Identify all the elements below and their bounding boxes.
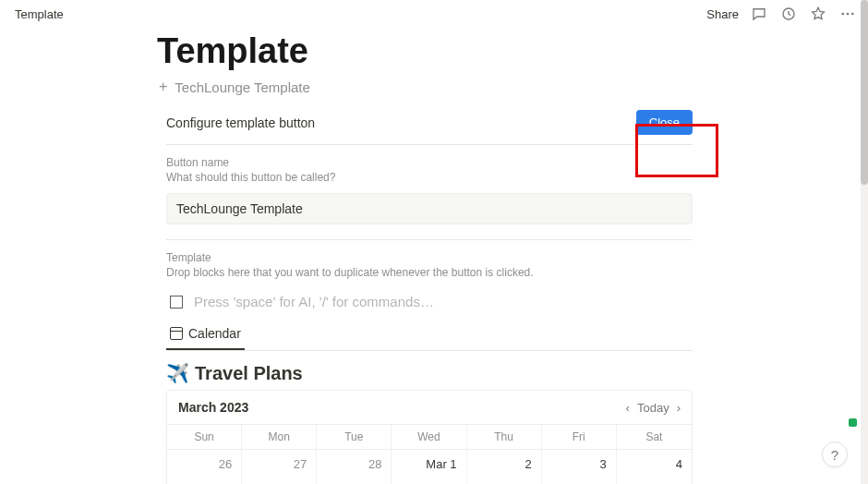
cal-day[interactable]: 27 (242, 450, 317, 484)
cal-day[interactable]: 2 (467, 450, 542, 484)
help-button[interactable]: ? (822, 442, 848, 467)
close-button[interactable]: Close (636, 110, 693, 135)
weekday-sun: Sun (167, 425, 242, 449)
breadcrumb[interactable]: Template (15, 7, 64, 21)
airplane-icon: ✈️ (166, 362, 189, 384)
weekday-mon: Mon (242, 425, 317, 449)
calendar-month-label: March 2023 (178, 400, 248, 415)
comments-icon[interactable] (750, 5, 768, 23)
calendar-date-row: 26 27 28 Mar 1 2 3 4 (167, 449, 692, 484)
template-section-label: Template (166, 251, 693, 264)
svg-point-3 (851, 13, 854, 16)
calendar: March 2023 ‹ Today › Sun Mon Tue Wed Thu… (166, 390, 693, 484)
button-name-hint: What should this button be called? (166, 171, 693, 184)
svg-point-1 (841, 13, 844, 16)
calendar-header: March 2023 ‹ Today › (167, 391, 692, 424)
favorite-icon[interactable] (809, 5, 827, 23)
divider (166, 144, 693, 145)
history-icon[interactable] (779, 5, 798, 23)
cal-day[interactable]: 26 (167, 450, 242, 484)
button-name-label: Button name (166, 156, 693, 169)
view-tabs: Calendar (166, 319, 693, 351)
block-placeholder: Press 'space' for AI, '/' for commands… (194, 294, 434, 309)
cal-day[interactable]: 4 (617, 450, 692, 484)
checkbox-icon[interactable] (170, 296, 183, 309)
cal-day[interactable]: 3 (542, 450, 617, 484)
cal-day[interactable]: 28 (317, 450, 392, 484)
plus-icon: + (159, 79, 167, 95)
database-title-text: Travel Plans (195, 363, 303, 384)
page-body: Template + TechLounge Template Configure… (157, 31, 702, 484)
intercom-indicator (849, 418, 857, 427)
page-title: Template (157, 31, 702, 71)
topbar: Template Share (0, 0, 868, 28)
divider (166, 239, 693, 240)
scrollbar-thumb[interactable] (861, 0, 868, 185)
config-header: Configure template button Close (157, 104, 702, 140)
button-name-input[interactable] (166, 193, 693, 224)
calendar-prev[interactable]: ‹ (626, 401, 630, 415)
tab-calendar-label: Calendar (188, 326, 241, 341)
weekday-sat: Sat (617, 425, 692, 449)
weekday-wed: Wed (392, 425, 466, 449)
config-header-text: Configure template button (166, 115, 315, 130)
empty-block-line[interactable]: Press 'space' for AI, '/' for commands… (166, 288, 693, 315)
tab-calendar[interactable]: Calendar (166, 319, 245, 350)
calendar-next[interactable]: › (677, 401, 681, 415)
calendar-weekday-row: Sun Mon Tue Wed Thu Fri Sat (167, 424, 692, 449)
template-section-hint: Drop blocks here that you want to duplic… (166, 266, 693, 279)
calendar-today[interactable]: Today (637, 401, 669, 415)
calendar-nav: ‹ Today › (626, 401, 681, 415)
share-button[interactable]: Share (706, 7, 739, 21)
topbar-actions: Share (706, 5, 857, 23)
weekday-fri: Fri (542, 425, 617, 449)
template-button-row[interactable]: + TechLounge Template (159, 79, 702, 95)
more-icon[interactable] (838, 5, 857, 23)
weekday-tue: Tue (317, 425, 392, 449)
calendar-icon (170, 327, 183, 340)
database-title[interactable]: ✈️ Travel Plans (166, 362, 693, 384)
cal-day[interactable]: Mar 1 (392, 450, 466, 484)
template-button-label: TechLounge Template (175, 79, 310, 95)
weekday-thu: Thu (467, 425, 542, 449)
svg-point-2 (847, 13, 850, 16)
